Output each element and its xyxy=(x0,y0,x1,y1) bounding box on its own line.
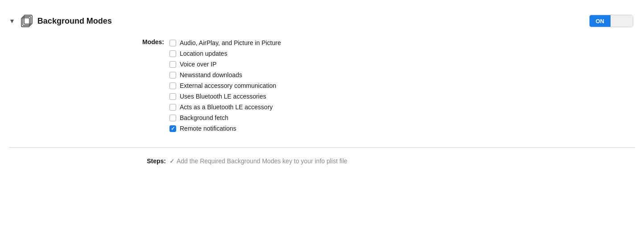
steps-text: Add the Required Background Modes key to… xyxy=(177,157,347,165)
checkboxes-list: Audio, AirPlay, and Picture in Picture L… xyxy=(169,37,281,134)
header-left: ▼ Background Modes xyxy=(9,13,112,29)
section-divider xyxy=(9,147,635,148)
on-off-toggle[interactable]: ON xyxy=(589,15,634,27)
checkbox-newsstand[interactable] xyxy=(169,72,176,79)
checkbox-item-remote: Remote notifications xyxy=(169,123,281,134)
checkbox-item-voip: Voice over IP xyxy=(169,59,281,70)
checkbox-remote[interactable] xyxy=(169,125,176,132)
checkbox-label-voip: Voice over IP xyxy=(180,61,217,68)
checkbox-label-external: External accessory communication xyxy=(180,82,276,89)
checkbox-audio[interactable] xyxy=(169,40,176,46)
checkbox-bgfetch[interactable] xyxy=(169,115,176,121)
steps-row: Steps: ✓ Add the Required Background Mod… xyxy=(0,152,644,169)
checkbox-label-audio: Audio, AirPlay, and Picture in Picture xyxy=(180,39,281,46)
checkbox-external[interactable] xyxy=(169,83,176,89)
checkbox-label-remote: Remote notifications xyxy=(180,125,236,132)
modes-row: Modes: Audio, AirPlay, and Picture in Pi… xyxy=(9,37,633,134)
section-icon xyxy=(19,13,34,29)
checkbox-label-newsstand: Newsstand downloads xyxy=(180,71,242,79)
checkbox-voip[interactable] xyxy=(169,61,176,68)
checkbox-label-ble-acts: Acts as a Bluetooth LE accessory xyxy=(180,103,273,111)
checkbox-label-ble-uses: Uses Bluetooth LE accessories xyxy=(180,93,266,100)
checkbox-item-newsstand: Newsstand downloads xyxy=(169,70,281,80)
steps-check-icon: ✓ xyxy=(169,157,175,165)
header-row: ▼ Background Modes ON xyxy=(0,9,644,33)
checkbox-item-bgfetch: Background fetch xyxy=(169,112,281,123)
checkbox-label-location: Location updates xyxy=(180,50,227,57)
content-area: Modes: Audio, AirPlay, and Picture in Pi… xyxy=(0,33,644,143)
checkbox-item-audio: Audio, AirPlay, and Picture in Picture xyxy=(169,37,281,48)
checkbox-ble-uses[interactable] xyxy=(169,93,176,100)
page-container: ▼ Background Modes ON Modes: Audi xyxy=(0,0,644,248)
checkbox-item-location: Location updates xyxy=(169,48,281,59)
checkbox-ble-acts[interactable] xyxy=(169,104,176,111)
steps-label: Steps: xyxy=(9,157,169,165)
checkbox-item-ble-uses: Uses Bluetooth LE accessories xyxy=(169,91,281,102)
checkbox-location[interactable] xyxy=(169,50,176,57)
toggle-on-button[interactable]: ON xyxy=(590,15,611,27)
checkbox-item-ble-acts: Acts as a Bluetooth LE accessory xyxy=(169,102,281,112)
modes-label: Modes: xyxy=(9,37,169,45)
collapse-chevron-icon[interactable]: ▼ xyxy=(9,17,15,25)
checkbox-label-bgfetch: Background fetch xyxy=(180,114,228,121)
section-title: Background Modes xyxy=(37,17,112,26)
toggle-off-button[interactable] xyxy=(611,15,633,27)
checkbox-item-external: External accessory communication xyxy=(169,80,281,91)
